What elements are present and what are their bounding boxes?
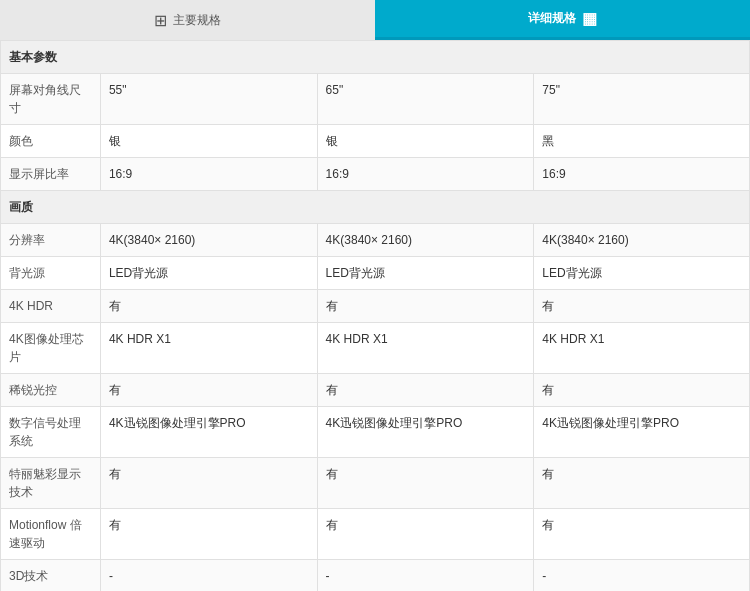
table-row: 数字信号处理系统4K迅锐图像处理引擎PRO4K迅锐图像处理引擎PRO4K迅锐图像… xyxy=(1,407,750,458)
row-value-2: 16:9 xyxy=(317,158,534,191)
row-value-3: 有 xyxy=(534,290,750,323)
section-header-row: 画质 xyxy=(1,191,750,224)
table-row: Motionflow 倍速驱动有有有 xyxy=(1,509,750,560)
table-row: 颜色银银黑 xyxy=(1,125,750,158)
row-value-2: 4K(3840× 2160) xyxy=(317,224,534,257)
row-value-3: 有 xyxy=(534,374,750,407)
row-value-3: 75" xyxy=(534,74,750,125)
table-row: 屏幕对角线尺寸55"65"75" xyxy=(1,74,750,125)
row-value-2: 有 xyxy=(317,290,534,323)
table-row: 分辨率4K(3840× 2160)4K(3840× 2160)4K(3840× … xyxy=(1,224,750,257)
row-label: 屏幕对角线尺寸 xyxy=(1,74,101,125)
section-header-label: 基本参数 xyxy=(1,41,750,74)
section-header-row: 基本参数 xyxy=(1,41,750,74)
row-value-1: 55" xyxy=(100,74,317,125)
tab-main-label: 主要规格 xyxy=(173,12,221,29)
row-value-2: 65" xyxy=(317,74,534,125)
row-value-1: 4K HDR X1 xyxy=(100,323,317,374)
row-value-2: 4K迅锐图像处理引擎PRO xyxy=(317,407,534,458)
tab-detail-label: 详细规格 xyxy=(528,10,576,27)
row-value-1: 有 xyxy=(100,509,317,560)
row-label: 4K HDR xyxy=(1,290,101,323)
row-value-1: - xyxy=(100,560,317,592)
row-value-2: 4K HDR X1 xyxy=(317,323,534,374)
table-row: 稀锐光控有有有 xyxy=(1,374,750,407)
row-value-3: 有 xyxy=(534,458,750,509)
row-value-2: 有 xyxy=(317,374,534,407)
row-value-1: 有 xyxy=(100,290,317,323)
row-value-3: 4K(3840× 2160) xyxy=(534,224,750,257)
row-value-1: 16:9 xyxy=(100,158,317,191)
tab-main[interactable]: ⊞ 主要规格 xyxy=(0,0,375,40)
table-row: 显示屏比率16:916:916:9 xyxy=(1,158,750,191)
row-value-1: 有 xyxy=(100,458,317,509)
row-label: 背光源 xyxy=(1,257,101,290)
table-row: 4K图像处理芯片4K HDR X14K HDR X14K HDR X1 xyxy=(1,323,750,374)
table-row: 背光源LED背光源LED背光源LED背光源 xyxy=(1,257,750,290)
row-label: Motionflow 倍速驱动 xyxy=(1,509,101,560)
row-label: 显示屏比率 xyxy=(1,158,101,191)
table-row: 特丽魅彩显示技术有有有 xyxy=(1,458,750,509)
spec-table: 基本参数屏幕对角线尺寸55"65"75"颜色银银黑显示屏比率16:916:916… xyxy=(0,40,750,591)
section-header-label: 画质 xyxy=(1,191,750,224)
table-row: 3D技术--- xyxy=(1,560,750,592)
row-value-3: LED背光源 xyxy=(534,257,750,290)
row-label: 特丽魅彩显示技术 xyxy=(1,458,101,509)
row-value-2: - xyxy=(317,560,534,592)
row-value-3: 16:9 xyxy=(534,158,750,191)
tab-detail[interactable]: 详细规格 ▦ xyxy=(375,0,750,40)
row-label: 数字信号处理系统 xyxy=(1,407,101,458)
row-value-3: - xyxy=(534,560,750,592)
row-value-1: LED背光源 xyxy=(100,257,317,290)
tab-header: ⊞ 主要规格 详细规格 ▦ xyxy=(0,0,750,40)
row-value-3: 有 xyxy=(534,509,750,560)
row-value-1: 4K(3840× 2160) xyxy=(100,224,317,257)
row-value-1: 4K迅锐图像处理引擎PRO xyxy=(100,407,317,458)
main-tab-icon: ⊞ xyxy=(154,11,167,30)
row-label: 4K图像处理芯片 xyxy=(1,323,101,374)
row-label: 稀锐光控 xyxy=(1,374,101,407)
row-label: 分辨率 xyxy=(1,224,101,257)
row-value-3: 4K HDR X1 xyxy=(534,323,750,374)
row-value-1: 银 xyxy=(100,125,317,158)
main-container: ⊞ 主要规格 详细规格 ▦ 基本参数屏幕对角线尺寸55"65"75"颜色银银黑显… xyxy=(0,0,750,591)
row-value-3: 4K迅锐图像处理引擎PRO xyxy=(534,407,750,458)
row-value-2: LED背光源 xyxy=(317,257,534,290)
row-value-2: 有 xyxy=(317,509,534,560)
row-label: 颜色 xyxy=(1,125,101,158)
table-row: 4K HDR有有有 xyxy=(1,290,750,323)
row-value-2: 银 xyxy=(317,125,534,158)
row-value-3: 黑 xyxy=(534,125,750,158)
row-value-1: 有 xyxy=(100,374,317,407)
row-value-2: 有 xyxy=(317,458,534,509)
row-label: 3D技术 xyxy=(1,560,101,592)
detail-tab-icon: ▦ xyxy=(582,9,597,28)
